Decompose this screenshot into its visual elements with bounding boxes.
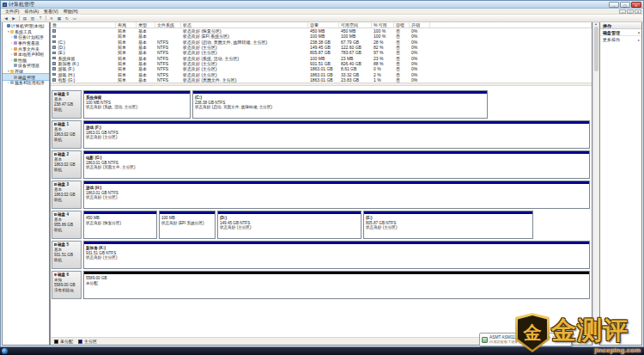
partition[interactable]: 系统保留100 MB NTFS状态良好 (系统, 活动, 主分区): [83, 90, 191, 119]
partition[interactable]: 100 MB状态良好 (EFI 系统分区): [159, 211, 216, 239]
toolbar-separator: [46, 15, 46, 21]
show-console-tree-icon[interactable]: ▤: [21, 15, 28, 21]
disk-label[interactable]: 磁盘 0 基本 238.47 GB 联机: [52, 90, 82, 119]
partition[interactable]: (E:)805.87 GB NTFS状态良好 (主分区): [363, 211, 533, 239]
watermark-domain: jinceping.com: [594, 346, 641, 354]
column-header[interactable]: 开销: [410, 22, 430, 28]
disk-label[interactable]: 磁盘 3 基本 1863.02 GB 联机: [52, 181, 82, 209]
tree-item-device-manager[interactable]: 设备管理器: [3, 63, 49, 69]
toolbar-separator: [19, 15, 20, 21]
delete-icon[interactable]: ✕: [48, 15, 55, 21]
titlebar[interactable]: 计算机管理 – ▢ ✕: [1, 1, 643, 9]
menu-action[interactable]: 操作(A): [21, 9, 41, 14]
disk-row-2: 磁盘 2 基本 1863.02 GB 联机 电影 (G:)1863.01 GB …: [52, 150, 590, 179]
minimize-button[interactable]: –: [609, 2, 619, 8]
menu-file[interactable]: 文件(F): [3, 9, 21, 14]
disk-row-4: 磁盘 4 基本 955.86 GB 联机 450 MB状态良好 (恢复分区) 1…: [52, 211, 590, 239]
column-header[interactable]: 卷: [51, 22, 116, 28]
child-close-button[interactable]: ✕: [635, 9, 641, 14]
tree-item-shared-folders[interactable]: ▹共享文件夹: [3, 46, 49, 52]
column-header[interactable]: 状态: [181, 22, 308, 28]
actions-section-disk-management[interactable]: 磁盘管理 ▴: [600, 29, 641, 36]
disk-icon: [54, 213, 57, 216]
disk-row-1: 磁盘 1 基本 1863.02 GB 联机 游戏 (F:)1863.01 GB …: [52, 120, 590, 149]
partition[interactable]: 游戏 (H:)1863.01 GB NTFS状态良好 (主分区): [83, 181, 590, 209]
event-viewer-icon: [14, 41, 17, 45]
column-header[interactable]: 文件系统: [155, 22, 181, 28]
volume-icon: [52, 73, 56, 77]
tree-item-storage[interactable]: ▾存储: [3, 69, 49, 75]
disk-label[interactable]: 磁盘 4 基本 955.86 GB 联机: [52, 211, 82, 239]
tree-item-performance[interactable]: ▹性能: [3, 58, 49, 64]
disk-icon: [54, 243, 57, 246]
start-button[interactable]: [2, 348, 8, 354]
tree-item-disk-management[interactable]: 磁盘管理: [3, 74, 49, 80]
column-header[interactable]: 类型: [137, 22, 155, 28]
shared-folders-icon: [14, 47, 17, 51]
vertical-scrollbar[interactable]: ▲ ▼: [592, 22, 598, 346]
help-icon[interactable]: ?: [37, 15, 44, 21]
disk-label[interactable]: 磁盘 5 基本 931.51 GB 联机: [52, 241, 82, 269]
disk-row-3: 磁盘 3 基本 1863.02 GB 联机 游戏 (H:)1863.01 GB …: [52, 181, 590, 209]
disk-label[interactable]: 磁盘 6 未知 5589.00 GB 没有初始化: [52, 271, 82, 299]
legend-unallocated: 未分配: [54, 339, 73, 344]
volume-icon: [52, 78, 56, 82]
disk-icon: [54, 93, 57, 95]
refresh-icon[interactable]: ↻: [64, 15, 70, 21]
partition[interactable]: 游戏 (F:)1863.01 GB NTFS状态良好 (主分区): [83, 120, 590, 149]
tree-item-system-tools[interactable]: ▾系统工具: [3, 29, 49, 35]
computer-icon: [7, 24, 10, 28]
column-header[interactable]: 布局: [116, 22, 137, 28]
scrollbar-thumb[interactable]: [594, 27, 598, 71]
child-window-controls: – ▢ ✕: [619, 9, 643, 14]
column-header[interactable]: 容量: [308, 22, 339, 28]
close-button[interactable]: ✕: [631, 2, 641, 8]
volume-icon: [52, 40, 56, 44]
folder-icon: [10, 30, 14, 34]
forward-icon[interactable]: ▶: [10, 15, 17, 21]
disk-label[interactable]: 磁盘 1 基本 1863.02 GB 联机: [52, 120, 82, 149]
properties-icon[interactable]: ▦: [56, 15, 63, 21]
primary-partition-swatch: [78, 340, 82, 344]
partition[interactable]: 新加卷 (K:)931.51 GB NTFS状态良好 (主分区): [83, 241, 590, 269]
partition[interactable]: 电影 (G:)1863.01 GB NTFS状态良好 (页面文件, 主分区): [83, 150, 590, 179]
usb-device-icon: [482, 337, 488, 343]
child-maximize-button[interactable]: ▢: [627, 9, 634, 14]
chevron-up-icon[interactable]: ▴: [638, 30, 640, 34]
column-header[interactable]: 可用空间: [339, 22, 372, 28]
disk-icon[interactable]: ▭: [71, 15, 78, 21]
actions-title: 操作: [600, 22, 641, 29]
tree-item-event-viewer[interactable]: ▹事件查看器: [3, 40, 49, 46]
console-tree: 计算机管理(本地) ▾系统工具 ▹任务计划程序 ▹事件查看器 ▹共享文件夹 ▹本…: [2, 22, 50, 346]
partition[interactable]: (D:)149.45 GB NTFS状态良好 (主分区): [217, 211, 361, 239]
column-header[interactable]: 容错: [394, 22, 410, 28]
back-icon[interactable]: ◀: [3, 15, 9, 21]
disk-row-6: 磁盘 6 未知 5589.00 GB 没有初始化 5589.00 GB未分配: [52, 271, 590, 299]
unallocated-partition[interactable]: 5589.00 GB未分配: [83, 271, 590, 299]
menu-help[interactable]: 帮助(H): [61, 9, 81, 14]
child-minimize-button[interactable]: –: [619, 9, 626, 14]
menu-view[interactable]: 查看(V): [41, 9, 61, 14]
device-manager-icon: [14, 64, 17, 67]
disk-label[interactable]: 磁盘 2 基本 1863.02 GB 联机: [52, 150, 82, 179]
tree-item-services-applications[interactable]: ▹服务和应用程序: [3, 80, 49, 86]
more-actions-item[interactable]: 更多操作 ▸: [600, 36, 641, 43]
volume-icon: [52, 67, 56, 70]
actions-pane: 操作 磁盘管理 ▴ 更多操作 ▸: [599, 22, 642, 346]
column-header[interactable]: % 可用: [372, 22, 394, 28]
disk-icon: [54, 153, 57, 156]
volume-icon: [52, 57, 56, 60]
tree-item-local-users-groups[interactable]: ▹本地用户和组: [3, 52, 49, 58]
partition[interactable]: (C:)238.38 GB NTFS状态良好 (启动, 页面文件, 故障转储, …: [192, 90, 488, 119]
unallocated-swatch: [54, 340, 58, 344]
menu-bar: 文件(F) 操作(A) 查看(V) 帮助(H) – ▢ ✕: [1, 9, 643, 15]
shield-icon: 金: [515, 313, 550, 352]
chevron-right-icon: ▸: [638, 38, 640, 42]
partition[interactable]: 450 MB状态良好 (恢复分区): [83, 211, 157, 239]
disk-management-icon: [14, 76, 17, 79]
tree-item-task-scheduler[interactable]: ▹任务计划程序: [3, 34, 49, 40]
export-list-icon[interactable]: ▥: [29, 15, 36, 21]
scroll-up-icon[interactable]: ▲: [594, 22, 597, 26]
maximize-button[interactable]: ▢: [620, 2, 630, 8]
tree-item-computer-management[interactable]: 计算机管理(本地): [3, 23, 49, 29]
